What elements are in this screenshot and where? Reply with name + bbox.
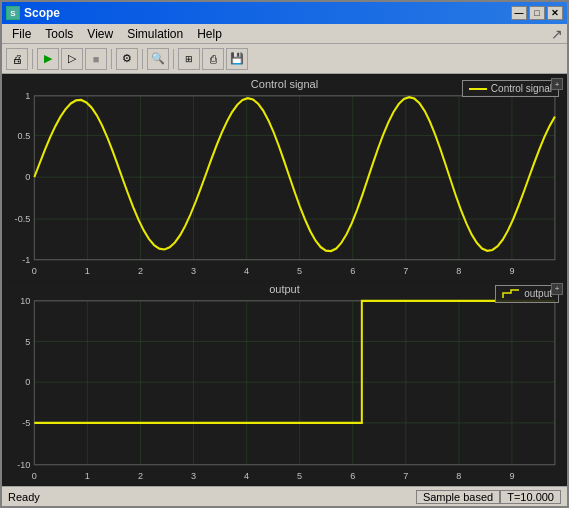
ready-status: Ready	[8, 491, 40, 503]
svg-text:3: 3	[191, 265, 196, 276]
run-button[interactable]: ▶	[37, 48, 59, 70]
svg-text:0: 0	[25, 171, 30, 182]
svg-text:-10: -10	[17, 458, 30, 469]
time-label: T=10.000	[500, 490, 561, 504]
output-legend: output	[495, 285, 559, 303]
step-button[interactable]: ▷	[61, 48, 83, 70]
output-panel: output + output	[4, 281, 565, 485]
open-button[interactable]: 💾	[226, 48, 248, 70]
expand-bottom-button[interactable]: +	[551, 283, 563, 295]
legend-step-icon	[502, 288, 520, 300]
svg-text:0: 0	[32, 265, 37, 276]
svg-text:-5: -5	[22, 416, 30, 427]
svg-text:9: 9	[509, 265, 514, 276]
svg-text:-1: -1	[22, 254, 30, 265]
toolbar-sep-1	[32, 49, 33, 69]
svg-rect-0	[4, 76, 565, 280]
svg-text:8: 8	[456, 469, 461, 480]
toolbar-sep-4	[173, 49, 174, 69]
output-title: output	[4, 281, 565, 295]
menu-view[interactable]: View	[81, 25, 119, 43]
svg-text:7: 7	[403, 265, 408, 276]
svg-text:4: 4	[244, 469, 249, 480]
detach-icon: ↗	[551, 26, 563, 42]
menu-simulation[interactable]: Simulation	[121, 25, 189, 43]
scope-window: S Scope — □ ✕ File Tools View Simulation…	[0, 0, 569, 508]
svg-text:0: 0	[32, 469, 37, 480]
svg-text:6: 6	[350, 469, 355, 480]
svg-text:1: 1	[25, 90, 30, 101]
toolbar: 🖨 ▶ ▷ ■ ⚙ 🔍 ⊞ ⎙ 💾	[2, 44, 567, 74]
window-title: Scope	[24, 6, 60, 20]
toolbar-sep-3	[142, 49, 143, 69]
svg-text:0: 0	[25, 376, 30, 387]
svg-text:1: 1	[85, 469, 90, 480]
control-signal-svg: 1 0.5 0 -0.5 -1 0 1 2 3 4 5 6 7 8 9	[4, 76, 565, 280]
menu-bar: File Tools View Simulation Help ↗	[2, 24, 567, 44]
status-right: Sample based T=10.000	[416, 490, 561, 504]
menu-help[interactable]: Help	[191, 25, 228, 43]
expand-top-button[interactable]: +	[551, 78, 563, 90]
output-legend-label: output	[524, 288, 552, 299]
app-icon: S	[6, 6, 20, 20]
svg-text:1: 1	[85, 265, 90, 276]
svg-text:5: 5	[297, 469, 302, 480]
svg-text:2: 2	[138, 265, 143, 276]
svg-text:2: 2	[138, 469, 143, 480]
title-bar: S Scope — □ ✕	[2, 2, 567, 24]
stop-button[interactable]: ■	[85, 48, 107, 70]
title-controls: — □ ✕	[511, 6, 563, 20]
print-button[interactable]: 🖨	[6, 48, 28, 70]
minimize-button[interactable]: —	[511, 6, 527, 20]
legend-label: Control signal	[491, 83, 552, 94]
svg-text:4: 4	[244, 265, 249, 276]
toolbar-sep-2	[111, 49, 112, 69]
close-button[interactable]: ✕	[547, 6, 563, 20]
svg-rect-33	[4, 281, 565, 485]
svg-text:5: 5	[25, 335, 30, 346]
status-bar: Ready Sample based T=10.000	[2, 486, 567, 506]
control-signal-legend: Control signal	[462, 80, 559, 97]
svg-text:9: 9	[509, 469, 514, 480]
svg-text:0.5: 0.5	[18, 129, 31, 140]
plots-container: Control signal + Control signal	[2, 74, 567, 486]
svg-text:6: 6	[350, 265, 355, 276]
menu-tools[interactable]: Tools	[39, 25, 79, 43]
menu-file[interactable]: File	[6, 25, 37, 43]
output-svg: 10 5 0 -5 -10 0 1 2 3 4 5 6 7 8 9	[4, 281, 565, 485]
save-button[interactable]: ⎙	[202, 48, 224, 70]
svg-text:7: 7	[403, 469, 408, 480]
params-button[interactable]: ⚙	[116, 48, 138, 70]
svg-text:-0.5: -0.5	[15, 213, 31, 224]
title-bar-left: S Scope	[6, 6, 60, 20]
svg-text:3: 3	[191, 469, 196, 480]
sample-based-label: Sample based	[416, 490, 500, 504]
zoom-in-button[interactable]: 🔍	[147, 48, 169, 70]
legend-line-icon	[469, 88, 487, 90]
control-signal-panel: Control signal + Control signal	[4, 76, 565, 280]
autoscale-button[interactable]: ⊞	[178, 48, 200, 70]
svg-text:8: 8	[456, 265, 461, 276]
maximize-button[interactable]: □	[529, 6, 545, 20]
svg-text:5: 5	[297, 265, 302, 276]
svg-text:10: 10	[20, 294, 30, 305]
